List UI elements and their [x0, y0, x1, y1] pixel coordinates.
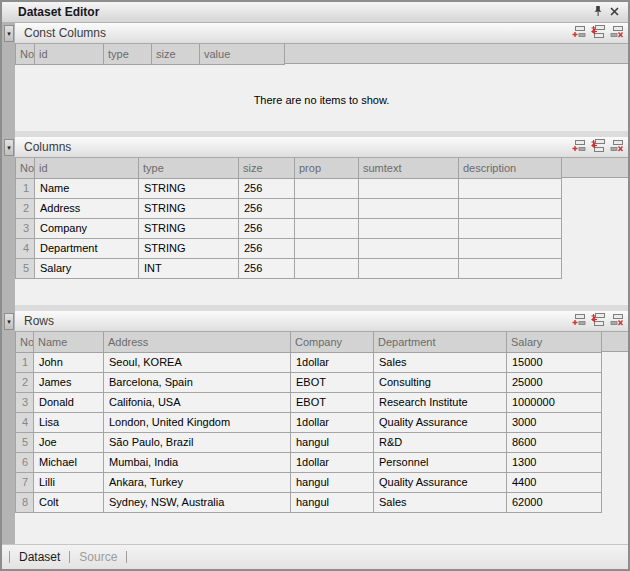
add-row-button[interactable] [571, 314, 586, 328]
table-cell[interactable]: Michael [34, 452, 104, 472]
column-header-no[interactable]: No [16, 158, 35, 178]
table-cell[interactable]: Ankara, Turkey [104, 472, 291, 492]
row-number-cell[interactable]: 8 [16, 492, 34, 512]
row-number-cell[interactable]: 4 [16, 238, 35, 258]
column-header-sumtext[interactable]: sumtext [359, 158, 459, 178]
pin-button[interactable] [590, 4, 606, 20]
delete-row-button[interactable] [609, 26, 624, 40]
table-cell[interactable]: 1dollar [291, 452, 374, 472]
table-cell[interactable]: Research Institute [374, 392, 507, 412]
table-cell[interactable]: São Paulo, Brazil [104, 432, 291, 452]
table-cell[interactable]: Califonia, USA [104, 392, 291, 412]
table-cell[interactable]: Sydney, NSW, Australia [104, 492, 291, 512]
table-cell[interactable]: Quality Assurance [374, 472, 507, 492]
table-cell[interactable] [295, 258, 359, 278]
table-cell[interactable]: Address [35, 198, 139, 218]
tab-source[interactable]: Source [79, 550, 117, 564]
table-cell[interactable]: INT [139, 258, 239, 278]
column-header-description[interactable]: description [459, 158, 562, 178]
close-button[interactable] [606, 4, 622, 20]
collapse-button[interactable]: ▾ [4, 25, 14, 42]
table-cell[interactable] [359, 238, 459, 258]
column-header-name[interactable]: Name [34, 332, 104, 352]
table-cell[interactable]: 256 [239, 198, 295, 218]
table-cell[interactable] [359, 178, 459, 198]
table-cell[interactable]: hangul [291, 432, 374, 452]
column-header-no[interactable]: No [16, 44, 35, 64]
table-cell[interactable]: STRING [139, 198, 239, 218]
column-header-size[interactable]: size [239, 158, 295, 178]
row-number-cell[interactable]: 7 [16, 472, 34, 492]
table-cell[interactable]: 1000000 [507, 392, 602, 412]
table-cell[interactable]: Joe [34, 432, 104, 452]
column-header-id[interactable]: id [35, 158, 139, 178]
delete-row-button[interactable] [609, 140, 624, 154]
column-header-address[interactable]: Address [104, 332, 291, 352]
table-cell[interactable]: 1dollar [291, 412, 374, 432]
delete-row-button[interactable] [609, 314, 624, 328]
table-cell[interactable]: Sales [374, 492, 507, 512]
table-cell[interactable]: STRING [139, 218, 239, 238]
table-cell[interactable]: Name [35, 178, 139, 198]
add-row-button[interactable] [571, 140, 586, 154]
row-number-cell[interactable]: 5 [16, 258, 35, 278]
column-header-value[interactable]: value [200, 44, 285, 64]
table-cell[interactable] [459, 198, 562, 218]
table-cell[interactable] [359, 218, 459, 238]
table-cell[interactable]: 3000 [507, 412, 602, 432]
table-cell[interactable] [295, 218, 359, 238]
column-header-prop[interactable]: prop [295, 158, 359, 178]
table-cell[interactable]: Mumbai, India [104, 452, 291, 472]
table-cell[interactable]: Lisa [34, 412, 104, 432]
table-cell[interactable]: 8600 [507, 432, 602, 452]
column-header-company[interactable]: Company [291, 332, 374, 352]
collapse-button[interactable]: ▾ [4, 313, 14, 330]
table-cell[interactable] [359, 198, 459, 218]
column-header-no[interactable]: No [16, 332, 34, 352]
table-cell[interactable]: Barcelona, Spain [104, 372, 291, 392]
row-number-cell[interactable]: 1 [16, 178, 35, 198]
row-number-cell[interactable]: 3 [16, 218, 35, 238]
table-cell[interactable]: Salary [35, 258, 139, 278]
table-cell[interactable]: STRING [139, 178, 239, 198]
insert-row-button[interactable] [590, 314, 605, 328]
table-cell[interactable]: Department [35, 238, 139, 258]
table-cell[interactable]: 62000 [507, 492, 602, 512]
table-cell[interactable] [295, 178, 359, 198]
insert-row-button[interactable] [590, 140, 605, 154]
table-cell[interactable]: EBOT [291, 392, 374, 412]
table-cell[interactable]: 4400 [507, 472, 602, 492]
table-cell[interactable]: James [34, 372, 104, 392]
table-cell[interactable]: 256 [239, 238, 295, 258]
table-cell[interactable] [295, 238, 359, 258]
table-cell[interactable]: 15000 [507, 352, 602, 372]
table-cell[interactable] [295, 198, 359, 218]
column-header-salary[interactable]: Salary [507, 332, 602, 352]
row-number-cell[interactable]: 1 [16, 352, 34, 372]
table-cell[interactable]: Personnel [374, 452, 507, 472]
table-cell[interactable]: hangul [291, 492, 374, 512]
insert-row-button[interactable] [590, 26, 605, 40]
table-cell[interactable]: Quality Assurance [374, 412, 507, 432]
row-number-cell[interactable]: 4 [16, 412, 34, 432]
column-header-type[interactable]: type [139, 158, 239, 178]
table-cell[interactable]: EBOT [291, 372, 374, 392]
column-header-department[interactable]: Department [374, 332, 507, 352]
table-cell[interactable]: STRING [139, 238, 239, 258]
collapse-button[interactable]: ▾ [4, 139, 14, 156]
add-row-button[interactable] [571, 26, 586, 40]
table-cell[interactable]: 256 [239, 258, 295, 278]
table-cell[interactable]: 256 [239, 178, 295, 198]
table-cell[interactable] [459, 218, 562, 238]
table-cell[interactable]: 25000 [507, 372, 602, 392]
column-header-size[interactable]: size [152, 44, 200, 64]
table-cell[interactable]: hangul [291, 472, 374, 492]
table-cell[interactable]: 1300 [507, 452, 602, 472]
table-cell[interactable]: John [34, 352, 104, 372]
table-cell[interactable]: 1dollar [291, 352, 374, 372]
table-cell[interactable] [459, 178, 562, 198]
table-cell[interactable]: Donald [34, 392, 104, 412]
table-cell[interactable] [459, 258, 562, 278]
table-cell[interactable]: 256 [239, 218, 295, 238]
row-number-cell[interactable]: 3 [16, 392, 34, 412]
